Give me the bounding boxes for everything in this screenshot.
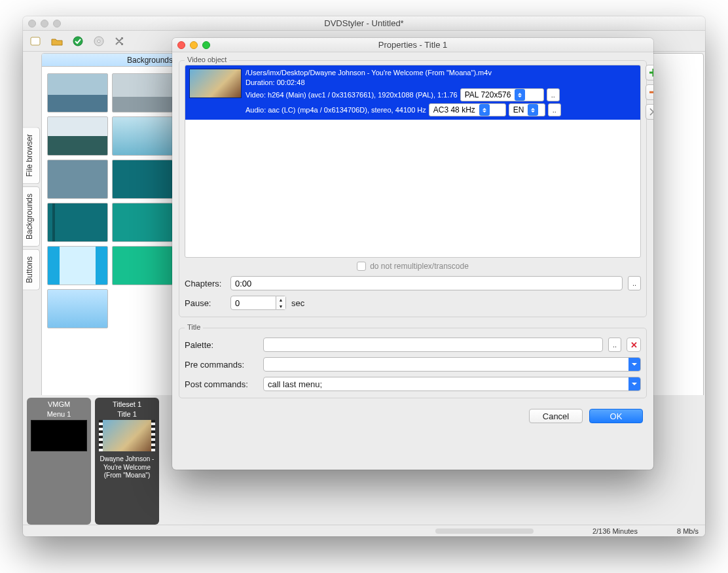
bg-thumb[interactable] [112,73,173,113]
scroll-indicator[interactable] [435,529,534,534]
zoom-icon[interactable] [53,20,61,27]
bg-thumb[interactable] [47,160,108,199]
vmgm-head: VMGM [48,400,70,408]
post-commands-combo[interactable]: call last menu; [263,377,641,391]
bg-thumb[interactable] [47,203,108,242]
palette-clear-button[interactable]: ✕ [627,338,641,352]
close-icon[interactable] [28,20,36,27]
chevron-down-icon [628,377,640,391]
video-stream-info: Video: h264 (Main) (avc1 / 0x31637661), … [246,91,458,99]
video-format-select[interactable]: PAL 720x576 [460,88,544,101]
video-list[interactable]: /Users/imx/Desktop/Dwayne Johnson - You'… [185,65,641,258]
new-project-button[interactable] [27,33,45,50]
chevron-down-icon [628,358,640,371]
bg-thumb[interactable] [47,246,108,285]
status-bitrate: 8 Mb/s [677,527,699,535]
main-title: DVDStyler - Untitled* [324,18,403,28]
save-project-button[interactable] [69,33,87,50]
bg-thumb[interactable] [47,289,108,328]
bg-thumb[interactable] [112,160,173,199]
dialog-title: Properties - Title 1 [378,40,448,50]
video-duration: Duration: 00:02:48 [246,78,636,86]
status-bar: 2/136 Minutes 8 Mb/s [23,525,705,536]
chapters-input[interactable] [230,276,623,290]
remove-button[interactable] [646,84,653,100]
video-more-button[interactable]: .. [547,88,560,101]
title-group-label: Title [185,323,203,331]
post-value: call last menu; [268,379,322,389]
settings-button[interactable] [111,33,129,50]
tab-buttons[interactable]: Buttons [23,249,40,290]
chapters-label: Chapters: [185,279,225,288]
dialog-traffic-lights[interactable] [177,41,210,49]
titleset-head: Titleset 1 [113,400,141,408]
video-thumb [189,69,242,98]
pre-label: Pre commands: [185,360,258,370]
cancel-button[interactable]: Cancel [529,409,583,423]
bg-thumb[interactable] [112,116,173,156]
step-up-icon[interactable]: ▲ [276,296,285,303]
video-format-value: PAL 720x576 [465,90,511,99]
titleset-thumb [99,420,155,451]
dialog-titlebar: Properties - Title 1 [172,38,653,52]
step-down-icon[interactable]: ▼ [276,303,285,309]
palette-input[interactable] [263,338,603,352]
pause-label: Pause: [185,298,225,308]
post-label: Post commands: [185,379,258,389]
ok-button[interactable]: OK [589,409,643,423]
remux-row: do not remultiplex/transcode [185,258,641,271]
remux-label: do not remultiplex/transcode [370,262,469,271]
status-minutes: 2/136 Minutes [592,527,638,535]
open-project-button[interactable] [48,33,66,50]
burn-button[interactable] [90,33,108,50]
pause-input[interactable] [230,296,276,310]
audio-more-button[interactable]: .. [548,103,561,116]
audio-format-select[interactable]: AC3 48 kHz [429,103,506,116]
close-icon[interactable] [177,41,185,49]
titleset-caption: Dwayne Johnson - You're Welcome (From "M… [98,455,156,480]
bg-thumb[interactable] [47,73,108,113]
pause-unit: sec [291,298,304,308]
stepper-buttons[interactable]: ▲▼ [276,296,286,310]
video-object-label: Video object [185,56,229,63]
vmgm-sub: Menu 1 [47,410,71,418]
chevron-updown-icon [479,104,490,116]
pause-stepper[interactable]: ▲▼ [230,296,286,310]
props-button[interactable] [646,104,653,120]
video-object-group: Video object /Users/imx/Desktop/Dwayne J… [179,60,647,317]
video-side-buttons [646,65,653,120]
add-button[interactable] [646,65,653,80]
video-info: /Users/imx/Desktop/Dwayne Johnson - You'… [246,69,636,116]
chevron-updown-icon [515,89,525,101]
minimize-icon[interactable] [190,41,198,49]
titleset-card[interactable]: Titleset 1 Title 1 Dwayne Johnson - You'… [95,398,159,525]
titleset-sub: Title 1 [117,410,137,418]
zoom-icon[interactable] [202,41,210,49]
bg-thumb[interactable] [112,246,173,285]
remux-checkbox[interactable] [357,262,366,271]
backgrounds-header: Backgrounds [42,54,178,67]
bg-thumb[interactable] [47,116,108,156]
vmgm-card[interactable]: VMGM Menu 1 [27,398,91,525]
tab-file-browser[interactable]: File browser [23,127,40,184]
chapters-more-button[interactable]: .. [628,276,641,290]
main-titlebar: DVDStyler - Untitled* [23,16,705,31]
main-traffic-lights[interactable] [28,20,61,27]
audio-format-value: AC3 48 kHz [433,105,475,114]
properties-dialog: Properties - Title 1 Video object /Users… [172,38,653,470]
audio-lang-select[interactable]: EN [509,103,545,116]
svg-point-3 [98,40,100,43]
tab-backgrounds[interactable]: Backgrounds [23,186,40,247]
audio-stream-info: Audio: aac (LC) (mp4a / 0x6134706D), ste… [246,106,426,114]
svg-rect-0 [31,37,40,45]
vmgm-thumb [31,420,87,451]
svg-point-1 [73,37,82,46]
palette-more-button[interactable]: .. [608,338,621,352]
video-row[interactable]: /Users/imx/Desktop/Dwayne Johnson - You'… [185,65,640,120]
chevron-updown-icon [528,104,538,116]
minimize-icon[interactable] [41,20,48,27]
backgrounds-grid [42,67,178,335]
audio-lang-value: EN [513,105,524,114]
bg-thumb[interactable] [112,203,173,242]
pre-commands-combo[interactable] [263,357,641,372]
